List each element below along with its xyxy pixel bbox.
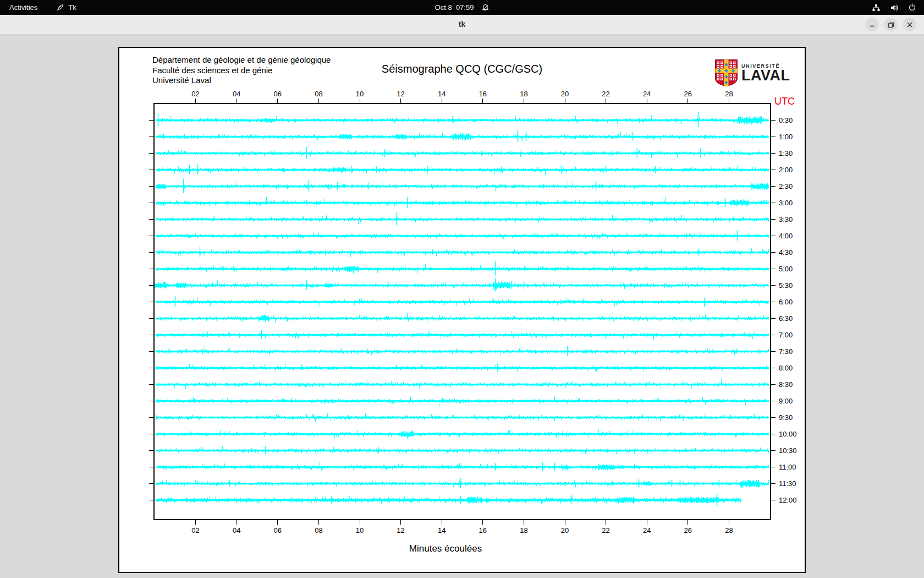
activities-button[interactable]: Activities <box>9 0 37 15</box>
row-time-label: 3:30 <box>779 215 793 223</box>
row-right-tick <box>771 170 776 170</box>
row-left-tick <box>149 252 153 253</box>
x-axis-top-tick <box>606 99 606 103</box>
laval-logo-laval: LAVAL <box>741 69 790 82</box>
x-axis-bottom-tick <box>729 520 729 525</box>
window-titlebar[interactable]: tk <box>0 15 924 35</box>
row-left-tick <box>149 269 153 269</box>
row-right-tick <box>771 186 776 187</box>
row-left-tick <box>149 368 153 368</box>
window-title: tk <box>0 15 924 35</box>
x-axis-top-label: 26 <box>684 90 692 98</box>
row-right-tick <box>771 384 776 385</box>
row-time-label: 0:30 <box>779 116 793 124</box>
row-time-label: 12:00 <box>779 496 797 504</box>
x-axis-top-label: 14 <box>438 90 446 98</box>
x-axis-bottom-tick <box>524 520 524 525</box>
row-time-label: 7:30 <box>779 347 793 356</box>
x-axis-bottom-label: 08 <box>315 526 322 535</box>
x-axis-bottom-label: 18 <box>520 526 527 535</box>
x-axis-top-label: 24 <box>643 90 651 98</box>
row-time-label: 6:30 <box>779 314 793 323</box>
x-axis-top-label: 28 <box>725 90 733 98</box>
x-axis-bottom-tick <box>360 520 360 525</box>
row-right-tick <box>771 368 776 368</box>
row-right-tick <box>771 500 776 500</box>
x-axis-bottom-tick <box>400 520 401 525</box>
x-axis-bottom-label: 14 <box>438 526 446 535</box>
row-right-tick <box>771 236 776 236</box>
system-status-area[interactable] <box>872 3 916 12</box>
row-time-label: 3:00 <box>779 199 793 207</box>
row-time-label: 7:00 <box>779 331 793 339</box>
row-left-tick <box>149 318 153 319</box>
row-right-tick <box>771 219 776 220</box>
clock-menu[interactable]: Oct 8 07:59 <box>435 3 490 12</box>
row-right-tick <box>771 434 776 434</box>
tk-app-indicator[interactable]: Tk <box>56 0 76 15</box>
seismogram-plot-frame <box>153 103 771 520</box>
row-time-label: 11:30 <box>779 479 796 488</box>
x-axis-top-tick <box>524 99 524 103</box>
row-time-label: 2:30 <box>779 182 793 190</box>
row-right-tick <box>771 335 776 335</box>
row-right-tick <box>771 401 776 401</box>
seismogram-traces-canvas <box>155 104 770 519</box>
row-left-tick <box>149 351 153 352</box>
row-time-label: 1:00 <box>779 133 793 141</box>
close-button[interactable] <box>903 18 916 31</box>
row-right-tick <box>771 351 776 352</box>
x-axis-bottom-label: 02 <box>191 526 199 535</box>
row-left-tick <box>149 483 153 484</box>
row-time-label: 4:30 <box>779 248 793 257</box>
row-right-tick <box>771 450 776 451</box>
tk-feather-icon <box>56 3 64 12</box>
maximize-button[interactable] <box>884 18 898 31</box>
row-left-tick <box>149 384 153 385</box>
row-right-tick <box>771 203 776 203</box>
row-left-tick <box>149 186 153 187</box>
x-axis-top-tick <box>647 99 647 103</box>
page-title: Séismographe QCQ (CGC/GSC) <box>119 63 805 75</box>
x-axis-top-label: 22 <box>602 90 609 98</box>
x-axis-top-label: 04 <box>233 90 240 98</box>
row-time-label: 1:30 <box>779 149 793 157</box>
x-axis-bottom-label: 06 <box>274 526 282 535</box>
row-left-tick <box>149 467 153 467</box>
row-right-tick <box>771 483 776 484</box>
tk-window-content: Département de géologie et de génie géol… <box>0 35 924 578</box>
row-right-tick <box>771 302 776 302</box>
row-left-tick <box>149 335 153 335</box>
x-axis-top-label: 20 <box>561 90 569 98</box>
row-time-label: 5:30 <box>779 281 793 290</box>
clock-text: Oct 8 07:59 <box>435 3 474 12</box>
x-axis-bottom-tick <box>688 520 688 525</box>
x-axis-bottom-label: 20 <box>561 526 569 535</box>
x-axis-bottom-tick <box>482 520 483 525</box>
row-left-tick <box>149 219 153 220</box>
universite-laval-logo: UNIVERSITÉ LAVAL <box>715 59 790 89</box>
row-left-tick <box>149 236 153 236</box>
x-axis-top-tick <box>237 99 237 103</box>
x-axis-bottom-label: 10 <box>356 526 364 535</box>
seismograph-page: Département de géologie et de génie géol… <box>118 47 806 573</box>
row-left-tick <box>149 450 153 451</box>
row-right-tick <box>771 417 776 418</box>
x-axis-top-tick <box>277 99 278 103</box>
x-axis-top-tick <box>482 99 483 103</box>
row-right-tick <box>771 252 776 253</box>
row-right-tick <box>771 269 776 269</box>
laval-shield-icon <box>715 59 738 89</box>
x-axis-top-label: 18 <box>520 90 527 98</box>
x-axis-bottom-tick <box>237 520 237 525</box>
row-left-tick <box>149 434 153 434</box>
row-right-tick <box>771 137 776 137</box>
x-axis-bottom-tick <box>647 520 647 525</box>
x-axis-bottom-label: 04 <box>233 526 240 535</box>
x-axis-top-tick <box>195 99 196 103</box>
x-axis-top-tick <box>688 99 688 103</box>
row-left-tick <box>149 120 153 121</box>
minimize-button[interactable] <box>865 18 879 31</box>
row-left-tick <box>149 203 153 203</box>
row-left-tick <box>149 302 153 302</box>
